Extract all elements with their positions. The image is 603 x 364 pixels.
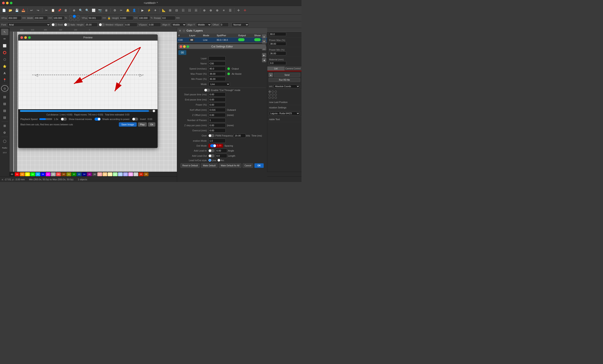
- invert-toggle[interactable]: [132, 118, 138, 121]
- speed-input[interactable]: [209, 66, 226, 71]
- radio-1[interactable]: [269, 90, 271, 93]
- lightning-button[interactable]: ⚡: [146, 7, 152, 13]
- pwm-toggle[interactable]: [209, 134, 214, 137]
- height-input[interactable]: [119, 16, 133, 20]
- rs-power-max-input[interactable]: [269, 42, 286, 46]
- color-tab-10[interactable]: 10: [61, 172, 66, 176]
- passes-input[interactable]: [209, 118, 226, 122]
- start-pause-input[interactable]: [209, 92, 226, 97]
- color-tab-26[interactable]: 26: [144, 172, 149, 176]
- show-indicator[interactable]: [254, 38, 261, 41]
- align-y-select[interactable]: Middle: [196, 22, 211, 27]
- color-tab-09[interactable]: 09: [56, 172, 61, 176]
- radio-7[interactable]: [269, 97, 271, 99]
- redo-button[interactable]: ↪: [35, 7, 41, 13]
- reset-default-button[interactable]: Reset to Default: [181, 163, 200, 168]
- align4-button[interactable]: ☷: [180, 7, 186, 13]
- radio-3[interactable]: [275, 90, 277, 93]
- progress-handle[interactable]: [152, 110, 155, 112]
- text-tool[interactable]: A: [1, 70, 8, 77]
- lead-out-input[interactable]: [215, 154, 227, 158]
- cut2-button[interactable]: ✂: [118, 7, 124, 13]
- make-default-button[interactable]: Make Default: [201, 163, 218, 168]
- vspace-input[interactable]: [148, 22, 161, 27]
- close-button[interactable]: [2, 2, 5, 4]
- rs-device-select[interactable]: Laguna - Ruida 6442S: [269, 112, 300, 115]
- radio-2[interactable]: [272, 90, 274, 93]
- radio-4[interactable]: [269, 94, 271, 96]
- ok-final-button[interactable]: OK: [255, 163, 264, 168]
- layer4-tool[interactable]: ▤: [1, 114, 8, 121]
- rs-power-min-input[interactable]: [269, 52, 286, 55]
- node1-button[interactable]: ⊕: [201, 7, 207, 13]
- cut-button[interactable]: ✂: [43, 7, 49, 13]
- color-tab-03[interactable]: 03: [25, 172, 30, 176]
- color-tab-02[interactable]: 02: [20, 172, 25, 176]
- gear-tool[interactable]: ⚙: [1, 129, 8, 136]
- radio-8[interactable]: [272, 97, 274, 99]
- welded-toggle[interactable]: [99, 23, 105, 26]
- rs-run-rd-button[interactable]: Run RD file: [269, 78, 300, 82]
- color-tab-00[interactable]: 00: [10, 172, 14, 176]
- shade-toggle[interactable]: [94, 118, 101, 121]
- undo-button[interactable]: ↩: [29, 7, 35, 13]
- italic-toggle[interactable]: [64, 23, 70, 26]
- color-tab-18[interactable]: 18: [103, 172, 107, 176]
- color-tab-22[interactable]: 22: [123, 172, 128, 176]
- ypos-input[interactable]: [88, 16, 102, 20]
- layer-tab-00[interactable]: 00: [178, 50, 186, 55]
- output-indicator[interactable]: [238, 38, 244, 41]
- color-tab-15[interactable]: 15: [87, 172, 92, 176]
- speed-slider[interactable]: [39, 118, 52, 120]
- make-default-all-button[interactable]: Make Default for All: [219, 163, 241, 168]
- min-power-input[interactable]: [209, 77, 226, 81]
- pin-tool[interactable]: 📍: [1, 77, 8, 83]
- draw-tool[interactable]: ✏: [1, 36, 8, 42]
- preview-close-button[interactable]: [20, 36, 23, 39]
- camera-button[interactable]: 📷: [97, 7, 103, 13]
- play-button[interactable]: Play: [138, 122, 147, 127]
- color-tab-05[interactable]: 05: [35, 172, 40, 176]
- align5-button[interactable]: ☷: [186, 7, 193, 13]
- circle-tool[interactable]: ⭕: [1, 49, 8, 56]
- layer-tool[interactable]: ▤: [1, 94, 8, 100]
- tab-list[interactable]: List: [267, 66, 285, 71]
- height-pct-input[interactable]: [138, 16, 150, 20]
- save-image-button[interactable]: Save Image: [119, 122, 137, 127]
- select-tool[interactable]: ↖: [1, 29, 8, 35]
- color-tab-21[interactable]: 21: [118, 172, 123, 176]
- rotate-circle-1[interactable]: [69, 15, 72, 18]
- color-tab-13[interactable]: 13: [77, 172, 81, 176]
- cse-close[interactable]: [180, 45, 182, 48]
- progress-bar[interactable]: [20, 110, 156, 112]
- menu-button[interactable]: ☰: [227, 7, 233, 13]
- z-step-input[interactable]: [209, 123, 226, 128]
- cse-max[interactable]: [186, 45, 189, 48]
- rotate-circle-4[interactable]: [69, 18, 72, 21]
- layer-color-swatch[interactable]: [209, 56, 226, 61]
- rotate-input[interactable]: [161, 16, 175, 20]
- rect-tool[interactable]: ⬜: [1, 43, 8, 49]
- end-pause-input[interactable]: [209, 98, 226, 102]
- grid-tool[interactable]: ⊞: [1, 122, 8, 129]
- color-tab-11[interactable]: 11: [66, 172, 71, 176]
- tab-camera[interactable]: Camera Control: [285, 66, 302, 71]
- settings-button[interactable]: ⚙: [112, 7, 118, 13]
- color-tab-24[interactable]: 24: [133, 172, 138, 176]
- send-button[interactable]: ✈: [152, 7, 158, 13]
- radio-9[interactable]: [275, 97, 277, 99]
- delete-button[interactable]: 🗑: [63, 7, 69, 13]
- export-button[interactable]: 📤: [20, 7, 26, 13]
- zoom-out-button[interactable]: 🔍: [84, 7, 90, 13]
- color-tab-08[interactable]: 08: [51, 172, 56, 176]
- note-button[interactable]: 🔔: [125, 7, 131, 13]
- cuts-down-button[interactable]: ▼: [262, 39, 266, 44]
- cancel-button[interactable]: Cancel: [243, 163, 253, 168]
- cse-min[interactable]: [183, 45, 186, 48]
- cuts-chevron-right[interactable]: ▶: [262, 53, 266, 57]
- color-tab-20[interactable]: 20: [113, 172, 117, 176]
- list-button[interactable]: ≡: [221, 7, 227, 13]
- align2-button[interactable]: ⊞: [167, 7, 173, 13]
- radio-6[interactable]: [275, 94, 277, 96]
- cuts-up-button[interactable]: ▲: [262, 34, 266, 39]
